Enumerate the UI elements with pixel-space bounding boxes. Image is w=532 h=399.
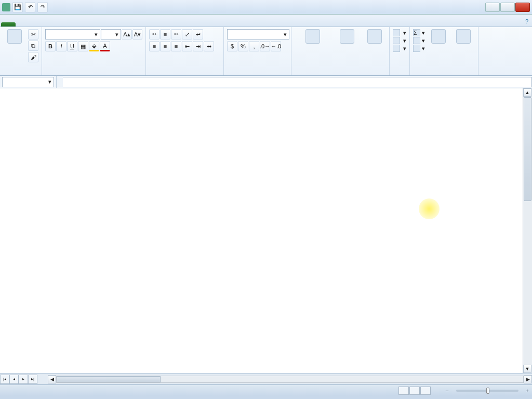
format-table-icon [340, 29, 354, 44]
fill-color-icon[interactable]: ⬙ [89, 41, 99, 51]
ribbon-tabs: ? [0, 15, 532, 27]
cell-styles-button[interactable] [363, 29, 386, 45]
scroll-down-icon[interactable]: ▼ [523, 365, 531, 373]
normal-view-icon[interactable] [398, 387, 409, 395]
zoom-out-icon[interactable]: − [445, 388, 448, 394]
sort-filter-button[interactable] [427, 29, 450, 45]
number-format-combo[interactable]: ▾ [227, 29, 289, 39]
fill-button[interactable]: ▾ [413, 37, 425, 44]
scroll-thumb[interactable] [57, 376, 161, 382]
group-editing: Σ▾ ▾ ▾ [410, 27, 478, 75]
name-box[interactable]: ▾ [2, 77, 54, 87]
group-number: ▾ $ % , .0→ ←.0 [224, 27, 291, 75]
sigma-icon: Σ [413, 29, 420, 36]
ribbon: ✂ ⧉ 🖌 ▾ ▾ A▴ A▾ B I U ▦ ⬙ A [0, 27, 532, 76]
scroll-right-icon[interactable]: ▶ [524, 375, 532, 383]
scroll-thumb[interactable] [524, 97, 531, 201]
next-sheet-icon[interactable]: ▸ [19, 375, 28, 384]
group-label [45, 73, 142, 74]
zoom-knob[interactable] [486, 388, 489, 394]
minimize-button[interactable] [485, 3, 500, 12]
last-sheet-icon[interactable]: ▸| [28, 375, 37, 384]
horizontal-scrollbar[interactable]: ◀ ▶ [48, 375, 532, 383]
orientation-icon[interactable]: ⤢ [182, 29, 192, 39]
comma-icon[interactable]: , [249, 41, 259, 51]
worksheet-grid[interactable]: ▲ ▼ [0, 88, 532, 373]
group-styles [291, 27, 390, 75]
delete-icon [393, 37, 400, 44]
italic-button[interactable]: I [56, 41, 66, 51]
grow-font-icon[interactable]: A▴ [122, 29, 131, 39]
delete-cells-button[interactable]: ▾ [393, 37, 406, 44]
format-painter-icon[interactable]: 🖌 [28, 52, 38, 62]
group-label [227, 73, 288, 74]
align-middle-icon[interactable]: ≡ [160, 29, 170, 39]
bold-button[interactable]: B [45, 41, 56, 51]
format-cells-button[interactable]: ▾ [393, 45, 406, 52]
page-layout-view-icon[interactable] [409, 387, 420, 395]
prev-sheet-icon[interactable]: ◂ [9, 375, 19, 384]
zoom-in-icon[interactable]: + [526, 388, 529, 394]
align-bottom-icon[interactable]: ⬵ [171, 29, 181, 39]
align-right-icon[interactable]: ≡ [171, 41, 181, 51]
group-label [393, 73, 406, 74]
group-label [149, 73, 220, 74]
autosum-button[interactable]: Σ▾ [413, 29, 425, 36]
increase-indent-icon[interactable]: ⇥ [193, 41, 203, 51]
cell-styles-icon [367, 29, 382, 44]
clear-icon [413, 45, 420, 52]
percent-icon[interactable]: % [238, 41, 248, 51]
font-name-combo[interactable]: ▾ [45, 29, 100, 39]
find-icon [456, 29, 471, 44]
fx-label[interactable] [56, 76, 63, 88]
copy-icon[interactable]: ⧉ [28, 41, 38, 51]
excel-icon [2, 3, 10, 11]
align-top-icon[interactable]: ⬴ [149, 29, 159, 39]
font-color-icon[interactable]: A [100, 41, 110, 51]
find-select-button[interactable] [452, 29, 475, 45]
file-tab[interactable] [1, 22, 16, 26]
sheet-tab-bar: |◂ ◂ ▸ ▸| ◀ ▶ [0, 373, 532, 384]
border-icon[interactable]: ▦ [78, 41, 88, 51]
underline-button[interactable]: U [67, 41, 77, 51]
increase-decimal-icon[interactable]: .0→ [260, 41, 270, 51]
page-break-view-icon[interactable] [420, 387, 431, 395]
font-size-combo[interactable]: ▾ [101, 29, 121, 39]
group-clipboard: ✂ ⧉ 🖌 [0, 27, 42, 75]
insert-cells-button[interactable]: ▾ [393, 29, 406, 36]
formula-input[interactable] [63, 77, 532, 87]
cut-icon[interactable]: ✂ [28, 29, 38, 39]
conditional-formatting-button[interactable] [295, 29, 331, 45]
save-icon[interactable]: 💾 [12, 2, 23, 12]
vertical-scrollbar[interactable]: ▲ ▼ [523, 88, 532, 373]
insert-icon [393, 29, 400, 36]
first-sheet-icon[interactable]: |◂ [0, 375, 9, 384]
maximize-button[interactable] [500, 3, 515, 12]
conditional-formatting-icon [305, 29, 320, 44]
currency-icon[interactable]: $ [227, 41, 237, 51]
help-icon[interactable]: ? [522, 16, 532, 26]
format-as-table-button[interactable] [333, 29, 361, 45]
group-alignment: ⬴ ≡ ⬵ ⤢ ↩ ≡ ≡ ≡ ⇤ ⇥ ⬌ [146, 27, 224, 75]
group-label [295, 73, 386, 74]
clear-button[interactable]: ▾ [413, 45, 425, 52]
align-center-icon[interactable]: ≡ [160, 41, 170, 51]
align-left-icon[interactable]: ≡ [149, 41, 159, 51]
chevron-down-icon: ▾ [115, 31, 118, 38]
undo-icon[interactable]: ↶ [25, 2, 35, 12]
decrease-decimal-icon[interactable]: ←.0 [271, 41, 281, 51]
merge-icon[interactable]: ⬌ [204, 41, 214, 51]
scroll-up-icon[interactable]: ▲ [523, 88, 531, 97]
redo-icon[interactable]: ↷ [37, 2, 48, 12]
fill-icon [413, 37, 420, 44]
zoom-slider[interactable] [456, 390, 518, 392]
wrap-text-icon[interactable]: ↩ [193, 29, 203, 39]
group-cells: ▾ ▾ ▾ [390, 27, 410, 75]
paste-button[interactable] [3, 29, 26, 45]
scroll-left-icon[interactable]: ◀ [48, 375, 56, 383]
decrease-indent-icon[interactable]: ⇤ [182, 41, 192, 51]
sort-filter-icon [431, 29, 446, 44]
shrink-font-icon[interactable]: A▾ [132, 29, 142, 39]
chevron-down-icon: ▾ [48, 78, 51, 85]
close-button[interactable] [515, 3, 530, 12]
